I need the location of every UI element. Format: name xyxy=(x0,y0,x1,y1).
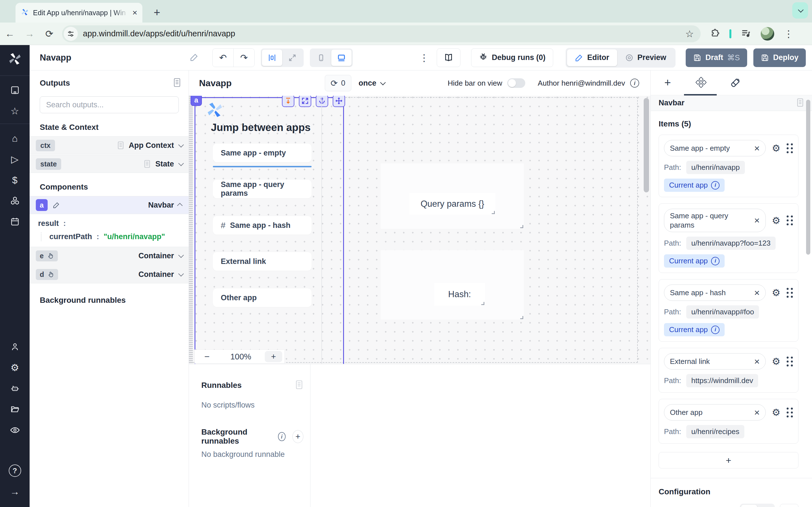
item-settings-icon[interactable]: ⚙ xyxy=(772,407,780,418)
clear-icon[interactable]: × xyxy=(754,143,760,154)
panel-doc-icon[interactable] xyxy=(173,78,181,89)
full-width-button[interactable] xyxy=(282,50,303,66)
container-d[interactable]: Hash: xyxy=(380,250,524,320)
address-bar[interactable]: app.windmill.dev/apps/edit/u/henri/navap… xyxy=(62,25,701,42)
schedule-select[interactable]: once xyxy=(359,79,384,88)
clear-icon[interactable]: × xyxy=(754,215,760,226)
back-button[interactable]: ← xyxy=(0,28,20,39)
chevron-down-icon[interactable] xyxy=(178,142,184,148)
profile-avatar[interactable] xyxy=(761,27,774,41)
expand-down-handle[interactable] xyxy=(282,96,294,107)
component-settings-tab[interactable] xyxy=(684,77,718,89)
undo-button[interactable]: ↶ xyxy=(213,49,234,67)
sidebar-item-variables[interactable]: $ xyxy=(0,170,30,190)
add-item-button[interactable]: + xyxy=(659,452,799,468)
hide-bar-toggle[interactable] xyxy=(507,78,525,88)
preview-tab[interactable]: Preview xyxy=(617,49,674,66)
docs-button[interactable] xyxy=(437,48,460,67)
info-icon[interactable]: i xyxy=(278,432,286,441)
tab-close-icon[interactable]: × xyxy=(132,8,137,17)
resize-corner[interactable] xyxy=(520,316,523,319)
item-label-input[interactable]: External link × xyxy=(664,353,766,370)
bookmark-star-icon[interactable]: ☆ xyxy=(686,28,694,40)
anchor-handle[interactable] xyxy=(316,96,328,107)
panel-scrollbar[interactable] xyxy=(806,100,810,255)
redo-button[interactable]: ↷ xyxy=(234,49,254,67)
item-settings-icon[interactable]: ⚙ xyxy=(772,287,780,298)
more-options-icon[interactable]: ⋮ xyxy=(419,52,429,63)
move-handle[interactable] xyxy=(333,96,345,107)
theme-tab[interactable] xyxy=(718,77,752,88)
query-params-text[interactable]: Query params {} xyxy=(409,193,495,215)
zoom-out-button[interactable]: − xyxy=(197,351,217,362)
nav-item-hash[interactable]: # Same app - hash xyxy=(213,216,312,235)
drag-handle-icon[interactable] xyxy=(786,288,793,298)
info-icon[interactable]: i xyxy=(711,326,719,334)
ctx-row[interactable]: ctx App Context xyxy=(30,136,189,154)
draft-button[interactable]: Draft ⌘S xyxy=(686,48,747,67)
clear-icon[interactable]: × xyxy=(754,287,760,298)
resize-corner[interactable] xyxy=(520,225,523,228)
insert-component-tab[interactable]: + xyxy=(651,76,684,89)
sidebar-item-resources[interactable] xyxy=(0,190,30,211)
bounded-width-button[interactable] xyxy=(262,50,282,66)
canvas-scrollbar[interactable] xyxy=(644,98,649,192)
resize-corner[interactable] xyxy=(481,302,485,305)
clear-icon[interactable]: × xyxy=(754,356,760,367)
item-label-input[interactable]: Same app - hash × xyxy=(664,284,766,301)
browser-menu-icon[interactable]: ⋮ xyxy=(784,28,794,40)
currentPath-key[interactable]: currentPath xyxy=(49,232,92,241)
sidebar-item-favorites[interactable]: ☆ xyxy=(0,101,30,121)
pinned-extension-icon[interactable] xyxy=(729,29,731,38)
nav-item-other-app[interactable]: Other app xyxy=(213,288,312,307)
sidebar-item-schedules[interactable] xyxy=(0,211,30,232)
fullscreen-handle[interactable] xyxy=(299,96,311,107)
path-value[interactable]: u/henri/navapp#foo xyxy=(686,305,759,319)
sidebar-item-settings[interactable]: ⚙ xyxy=(0,357,30,378)
site-settings-icon[interactable] xyxy=(64,27,78,41)
panel-doc-icon[interactable] xyxy=(796,98,804,108)
path-value[interactable]: https://windmill.dev xyxy=(686,374,758,387)
resize-corner[interactable] xyxy=(492,211,495,214)
expression-mode-button[interactable]: f xyxy=(757,505,774,507)
chevron-down-icon[interactable] xyxy=(178,252,184,258)
edit-id-icon[interactable] xyxy=(50,199,63,211)
zoom-in-button[interactable]: + xyxy=(265,351,282,362)
nav-item-query-params[interactable]: Same app - query params xyxy=(213,180,312,198)
drag-handle-icon[interactable] xyxy=(786,144,793,153)
path-value[interactable]: u/henri/navapp?foo=123 xyxy=(686,237,776,250)
panel-doc-icon[interactable] xyxy=(295,380,303,391)
windmill-logo-icon[interactable] xyxy=(7,51,22,68)
media-controls-icon[interactable] xyxy=(741,28,751,40)
item-label-input[interactable]: Other app × xyxy=(664,404,766,420)
sidebar-item-audit-logs[interactable] xyxy=(0,420,30,441)
debug-runs-button[interactable]: Debug runs (0) xyxy=(471,48,553,67)
static-mode-button[interactable] xyxy=(741,505,757,507)
app-canvas[interactable]: a Jump between apps Same app - empty xyxy=(189,96,651,364)
nav-item-same-app-empty[interactable]: Same app - empty xyxy=(213,144,312,162)
sidebar-item-help[interactable]: ? xyxy=(0,460,30,481)
window-menu-button[interactable] xyxy=(792,2,808,18)
search-outputs-input[interactable] xyxy=(40,96,179,113)
item-label-input[interactable]: Same app - query params × xyxy=(664,209,766,232)
connect-button[interactable] xyxy=(780,504,799,507)
clear-icon[interactable]: × xyxy=(754,407,760,418)
new-tab-button[interactable]: + xyxy=(154,6,160,19)
sidebar-item-workspace[interactable] xyxy=(0,80,30,101)
hash-text[interactable]: Hash: xyxy=(434,283,485,305)
item-settings-icon[interactable]: ⚙ xyxy=(772,143,780,154)
extensions-icon[interactable] xyxy=(710,29,720,39)
component-e-row[interactable]: e Container xyxy=(30,247,189,265)
browser-tab[interactable]: Edit App u/henri/navapp | Win × xyxy=(15,3,142,22)
info-icon[interactable]: i xyxy=(711,181,719,189)
drag-handle-icon[interactable] xyxy=(786,216,793,225)
chevron-down-icon[interactable] xyxy=(178,161,184,166)
sidebar-item-folders[interactable] xyxy=(0,399,30,420)
path-value[interactable]: u/henri/recipes xyxy=(686,425,745,438)
container-e[interactable]: Query params {} xyxy=(380,163,524,229)
sidebar-item-users[interactable] xyxy=(0,336,30,357)
info-icon[interactable]: i xyxy=(711,257,719,265)
component-d-row[interactable]: d Container xyxy=(30,265,189,283)
nav-item-external-link[interactable]: External link xyxy=(213,252,312,271)
chevron-down-icon[interactable] xyxy=(178,271,184,277)
